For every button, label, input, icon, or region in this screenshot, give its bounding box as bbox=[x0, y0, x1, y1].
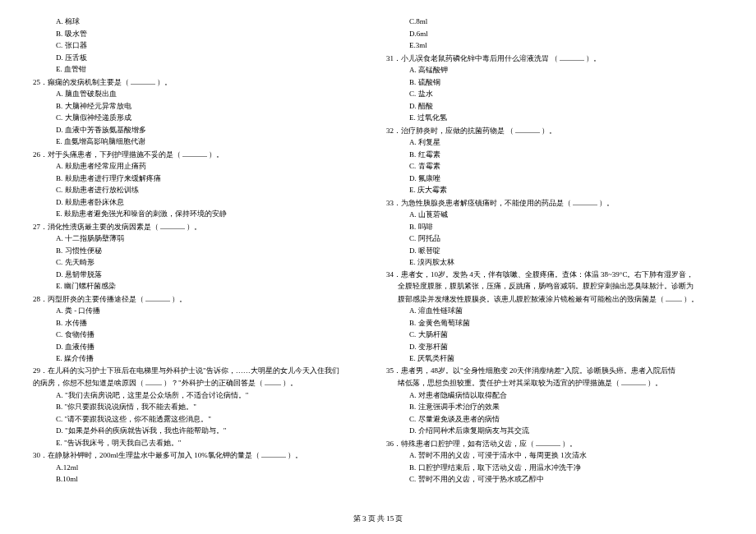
q32-option: E. 庆大霉素 bbox=[386, 185, 723, 196]
q30-option: E.3ml bbox=[386, 40, 723, 52]
left-column: A. 棉球 B. 吸水管 C. 张口器 D. 压舌板 E. 血管钳 25．癫痫的… bbox=[25, 16, 378, 486]
q29-stem: 29．在儿科的实习护士下班后在电梯里与外科护士说"告诉你，……大明星的女儿今天入… bbox=[33, 366, 370, 377]
q32-option: A. 利复星 bbox=[386, 137, 723, 149]
q29-option: D. "如果是外科的疾病就告诉我，我也许能帮助与。" bbox=[33, 426, 370, 437]
q26-option: A. 鼓励患者经常应用止痛药 bbox=[33, 161, 370, 173]
q25-option: E. 血氨增高影响脑细胞代谢 bbox=[33, 136, 370, 148]
q35-option: A. 对患者隐瞒病情以取得配合 bbox=[386, 390, 723, 402]
q25-option: D. 血液中芳香族氨基酸增多 bbox=[33, 125, 370, 136]
q34-stem-line3: 腹部感染并发继发性腹膜炎。该患儿腹腔脓液涂片镜检最有可能检出的致病菌是（）。 bbox=[386, 293, 723, 306]
q30-option: C.8ml bbox=[386, 16, 723, 28]
q34-option: C. 大肠杆菌 bbox=[386, 329, 723, 341]
q36-option: C. 暂时不用的义齿，可浸于热水或乙醇中 bbox=[386, 474, 723, 486]
q36-stem: 36．特殊患者口腔护理，如有活动义齿，应（）。 bbox=[386, 438, 723, 450]
q28-option: A. 粪 - 口传播 bbox=[33, 306, 370, 317]
q26-stem: 26．对于头痛患者，下列护理措施不妥的是（）。 bbox=[33, 149, 370, 161]
q32-option: D. 氟康唑 bbox=[386, 173, 723, 185]
q35-stem: 35．患者男，48岁。以"全身性细胞变 20天伴消瘦纳差"入院。诊断胰头癌。患者… bbox=[386, 366, 723, 377]
q30-option: D.6ml bbox=[386, 29, 723, 40]
q30-option: A.12ml bbox=[33, 463, 370, 474]
q24-option: B. 吸水管 bbox=[33, 29, 370, 40]
q29-option: E. "告诉我床号，明天我自己去看她。" bbox=[33, 438, 370, 449]
q30-option: B.10ml bbox=[33, 474, 370, 486]
q34-stem: 34．患者女，10岁。发热 4天，伴有咳嗽、全腹疼痛。查体：体温 38~39°C… bbox=[386, 269, 723, 281]
q35-option: B. 注意强调手术治疗的效果 bbox=[386, 402, 723, 413]
q33-option: E. 溴丙胺太林 bbox=[386, 257, 723, 269]
q32-option: B. 红霉素 bbox=[386, 150, 723, 161]
q32-stem: 32．治疗肺炎时，应做的抗菌药物是 （）。 bbox=[386, 125, 723, 137]
q29-stem-line2: 的病房，你想不想知道是啥原因（）？"外科护士的正确回答是（）。 bbox=[33, 377, 370, 389]
q29-option: B. "你只要跟我说说病情，我不能去看她。" bbox=[33, 402, 370, 413]
q27-stem: 27．消化性溃疡最主要的发病因素是（）。 bbox=[33, 221, 370, 233]
q27-option: A. 十二指肠肠壁薄弱 bbox=[33, 233, 370, 245]
q25-option: C. 大脑假神经递质形成 bbox=[33, 113, 370, 124]
q24-option: D. 压舌板 bbox=[33, 53, 370, 64]
q36-option: B. 口腔护理结束后，取下活动义齿，用温水冲洗干净 bbox=[386, 463, 723, 474]
q24-option: C. 张口器 bbox=[33, 40, 370, 52]
q34-option: D. 变形杆菌 bbox=[386, 342, 723, 353]
q33-stem: 33．为急性胰腺炎患者解痉镇痛时，不能使用的药品是（）。 bbox=[386, 197, 723, 209]
q26-option: D. 鼓励患者卧床休息 bbox=[33, 197, 370, 209]
page-footer: 第 3 页 共 15 页 bbox=[0, 513, 756, 525]
q34-option: E. 厌氧类杆菌 bbox=[386, 353, 723, 365]
q32-option: C. 青霉素 bbox=[386, 161, 723, 173]
q33-option: C. 阿托品 bbox=[386, 233, 723, 245]
q33-option: D. 哌替啶 bbox=[386, 246, 723, 257]
q26-option: E. 鼓励患者避免强光和噪音的刺激，保持环境的安静 bbox=[33, 209, 370, 220]
q28-stem: 28．丙型肝炎的主要传播途径是（）。 bbox=[33, 293, 370, 306]
q27-option: C. 先天畸形 bbox=[33, 257, 370, 269]
q24-option: E. 血管钳 bbox=[33, 64, 370, 76]
q29-option: A. "我们去病房说吧，这里是公众场所，不适合讨论病情。" bbox=[33, 390, 370, 402]
q35-stem-line2: 绪低落，思想负担较重。责任护士对其采取较为适宜的护理措施是（）。 bbox=[386, 377, 723, 389]
q34-stem-line2: 全腹轻度腹胀，腹肌紧张，压痛，反跳痛，肠鸣音减弱。腹腔穿刺抽出恶臭味脓汁。诊断为 bbox=[386, 281, 723, 292]
q25-stem: 25．癫痫的发病机制主要是（）。 bbox=[33, 76, 370, 89]
q31-option: E. 过氧化氢 bbox=[386, 113, 723, 124]
q24-option: A. 棉球 bbox=[33, 16, 370, 28]
q28-option: E. 媒介传播 bbox=[33, 353, 370, 365]
q25-option: A. 脑血管破裂出血 bbox=[33, 89, 370, 100]
q31-option: D. 醋酸 bbox=[386, 101, 723, 113]
q31-option: B. 硫酸铜 bbox=[386, 77, 723, 89]
q34-option: A. 溶血性链球菌 bbox=[386, 306, 723, 317]
q34-option: B. 金黄色葡萄球菌 bbox=[386, 318, 723, 329]
q31-stem: 31．小儿误食老鼠药磷化锌中毒后用什么溶液洗胃 （）。 bbox=[386, 53, 723, 65]
q35-option: D. 介绍同种术后康复期病友与其交流 bbox=[386, 426, 723, 437]
q26-option: C. 鼓励患者进行放松训练 bbox=[33, 185, 370, 196]
q29-option: C. "请不要跟我说这些，你不能透露这些消息。" bbox=[33, 414, 370, 426]
q30-stem: 30．在静脉补钾时，200ml生理盐水中最多可加入 10%氯化钾的量是（）。 bbox=[33, 449, 370, 462]
q31-option: A. 高锰酸钾 bbox=[386, 65, 723, 76]
q26-option: B. 鼓励患者进行理疗来缓解疼痛 bbox=[33, 173, 370, 185]
q31-option: C. 盐水 bbox=[386, 89, 723, 100]
q27-option: D. 悬韧带脱落 bbox=[33, 269, 370, 281]
q28-option: C. 食物传播 bbox=[33, 329, 370, 341]
q25-option: B. 大脑神经元异常放电 bbox=[33, 101, 370, 113]
q28-option: B. 水传播 bbox=[33, 318, 370, 329]
q28-option: D. 血液传播 bbox=[33, 342, 370, 353]
q27-option: B. 习惯性便秘 bbox=[33, 246, 370, 257]
right-column: C.8ml D.6ml E.3ml 31．小儿误食老鼠药磷化锌中毒后用什么溶液洗… bbox=[378, 16, 731, 486]
q33-option: B. 吗啡 bbox=[386, 222, 723, 233]
q33-option: A. 山莨菪碱 bbox=[386, 209, 723, 221]
q27-option: E. 幽门螺杆菌感染 bbox=[33, 281, 370, 292]
q36-option: A. 暂时不用的义齿，可浸于清水中，每周更换 1次清水 bbox=[386, 450, 723, 462]
q35-option: C. 尽量避免谈及患者的病情 bbox=[386, 414, 723, 426]
